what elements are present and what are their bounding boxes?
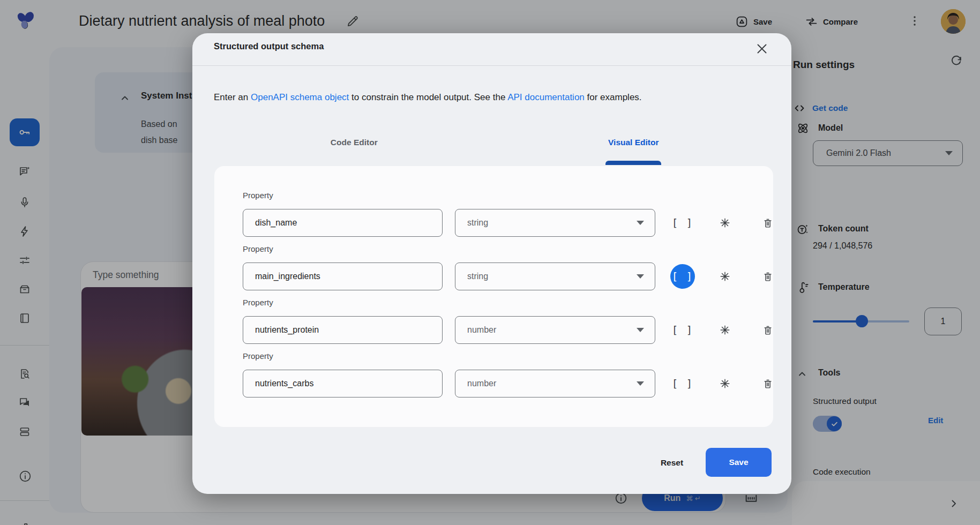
asterisk-icon <box>719 217 731 229</box>
property-type-value: number <box>467 379 496 388</box>
dialog-save-button[interactable]: Save <box>706 448 772 477</box>
property-name-input[interactable]: nutrients_protein <box>243 316 443 344</box>
trash-icon <box>762 378 774 389</box>
required-toggle-button[interactable] <box>713 264 737 289</box>
tab-label: Code Editor <box>331 138 378 147</box>
api-documentation-link[interactable]: API documentation <box>507 92 585 102</box>
property-type-value: string <box>467 218 488 228</box>
property-name-input[interactable]: nutrients_carbs <box>243 370 443 398</box>
editor-tabs: Code Editor Visual Editor <box>214 132 773 165</box>
array-toggle-button[interactable]: [ ] <box>670 371 695 396</box>
delete-property-button[interactable] <box>755 318 780 342</box>
array-brackets-icon: [ ] <box>672 378 693 389</box>
tab-code-editor[interactable]: Code Editor <box>214 132 494 165</box>
property-type-value: number <box>467 325 496 335</box>
desc-text: to constrain the model output. See the <box>349 92 507 102</box>
required-toggle-button[interactable] <box>713 371 737 396</box>
close-icon <box>754 41 770 57</box>
property-name-input[interactable]: dish_name <box>243 209 443 237</box>
property-name-value: dish_name <box>255 218 297 228</box>
property-label: Property <box>243 298 273 307</box>
delete-property-button[interactable] <box>755 371 780 396</box>
array-brackets-icon: [ ] <box>672 271 693 282</box>
openapi-schema-link[interactable]: OpenAPI schema object <box>251 92 349 102</box>
dialog-description: Enter an OpenAPI schema object to constr… <box>214 92 642 103</box>
property-label: Property <box>243 351 273 361</box>
trash-icon <box>762 271 774 282</box>
tab-visual-editor[interactable]: Visual Editor <box>494 132 774 165</box>
property-type-select[interactable]: number <box>455 316 655 344</box>
array-toggle-button[interactable]: [ ] <box>670 211 695 235</box>
trash-icon <box>762 324 774 336</box>
array-brackets-icon: [ ] <box>672 217 693 229</box>
desc-text: Enter an <box>214 92 251 102</box>
array-brackets-icon: [ ] <box>672 324 693 336</box>
structured-output-schema-dialog: Structured output schema Enter an OpenAP… <box>192 33 791 494</box>
dialog-divider <box>192 65 791 66</box>
property-name-value: main_ingredients <box>255 272 320 281</box>
property-name-value: nutrients_protein <box>255 325 319 335</box>
property-label: Property <box>243 191 273 200</box>
asterisk-icon <box>719 378 731 389</box>
property-type-select[interactable]: string <box>455 262 655 290</box>
property-type-select[interactable]: number <box>455 370 655 398</box>
chevron-down-icon <box>637 221 644 225</box>
chevron-down-icon <box>637 274 644 279</box>
reset-button[interactable]: Reset <box>645 451 699 475</box>
desc-text: for examples. <box>585 92 642 102</box>
array-toggle-button[interactable]: [ ] <box>670 318 695 342</box>
property-type-select[interactable]: string <box>455 209 655 237</box>
close-button[interactable] <box>754 41 770 57</box>
required-toggle-button[interactable] <box>713 211 737 235</box>
property-label: Property <box>243 244 273 253</box>
dialog-title: Structured output schema <box>214 41 324 51</box>
chevron-down-icon <box>637 328 644 332</box>
asterisk-icon <box>719 324 731 336</box>
property-name-input[interactable]: main_ingredients <box>243 262 443 290</box>
delete-property-button[interactable] <box>755 264 780 289</box>
asterisk-icon <box>719 271 731 282</box>
property-name-value: nutrients_carbs <box>255 379 313 388</box>
tab-label: Visual Editor <box>608 138 659 147</box>
trash-icon <box>762 217 774 229</box>
array-toggle-button-active[interactable]: [ ] <box>670 264 695 289</box>
active-tab-indicator <box>605 161 661 165</box>
property-type-value: string <box>467 272 488 281</box>
required-toggle-button[interactable] <box>713 318 737 342</box>
chevron-down-icon <box>637 381 644 386</box>
delete-property-button[interactable] <box>755 211 780 235</box>
visual-editor-panel: Property dish_name string [ ] Property m… <box>214 166 773 427</box>
